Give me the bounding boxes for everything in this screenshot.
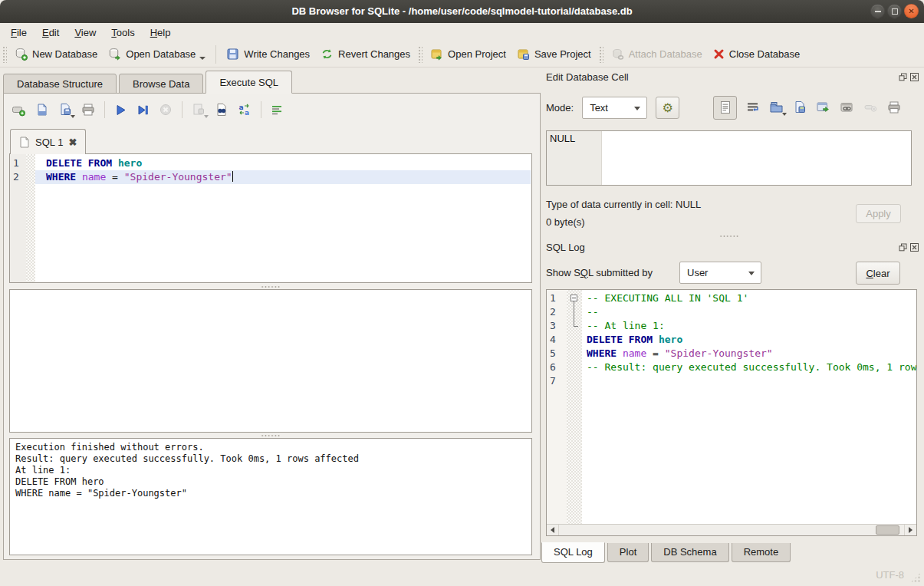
execute-sql-pane: aa SQL 1 ✖ 1 2 DELETE FROM hero WHERE na… — [3, 93, 541, 560]
save-as-icon[interactable] — [793, 100, 807, 114]
text-document-toggle[interactable] — [713, 96, 737, 120]
import-dropdown-icon[interactable] — [782, 113, 787, 116]
revert-changes-button[interactable]: Revert Changes — [315, 44, 416, 64]
save-project-button[interactable]: Save Project — [511, 44, 597, 64]
minimize-icon — [875, 11, 881, 12]
menu-file[interactable]: File — [3, 25, 35, 41]
tab-db-schema[interactable]: DB Schema — [651, 543, 728, 562]
results-messages-splitter[interactable] — [9, 433, 532, 437]
toolbar-drag-handle[interactable] — [418, 46, 423, 63]
open-as-link-icon[interactable] — [840, 100, 854, 114]
clear-log-button[interactable]: Clear — [856, 262, 900, 285]
tab-remote[interactable]: Remote — [732, 543, 791, 562]
float-dock-icon[interactable] — [899, 73, 907, 81]
show-sql-label: Show SQL submitted by — [546, 267, 653, 278]
close-dock-icon[interactable] — [910, 73, 919, 81]
main-toolbar: New Database Open Database Write Changes… — [0, 41, 924, 67]
find-and-replace-icon[interactable]: aa — [238, 103, 252, 117]
auto-format-icon[interactable] — [271, 104, 284, 117]
editor-results-splitter[interactable] — [9, 285, 532, 288]
tab-plot[interactable]: Plot — [607, 543, 649, 562]
execution-messages[interactable]: Execution finished without errors. Resul… — [9, 438, 532, 555]
apply-mode-button[interactable]: ⚙ — [656, 97, 679, 119]
mode-select[interactable]: Text — [582, 97, 647, 119]
execute-current-line-icon[interactable] — [136, 104, 150, 117]
title-bar[interactable]: DB Browser for SQLite - /home/user/code/… — [0, 0, 924, 23]
log-line: -- EXECUTING ALL IN 'SQL 1' — [582, 291, 916, 305]
minimize-button[interactable] — [870, 4, 885, 18]
menu-edit[interactable]: Edit — [35, 25, 67, 41]
open-database-button[interactable]: Open Database — [103, 44, 211, 64]
sql-log-view[interactable]: 12 34 56 7 -- EXECUTING ALL IN 'SQL 1' -… — [546, 289, 917, 536]
import-from-file-icon[interactable] — [769, 100, 784, 114]
print-cell-icon[interactable] — [887, 100, 901, 114]
cell-editor-toolbar — [713, 95, 901, 120]
toolbar-drag-handle[interactable] — [599, 46, 603, 63]
close-button[interactable]: ✕ — [904, 4, 919, 18]
edit-cell-dock-title: Edit Database Cell — [546, 71, 629, 83]
scroll-right-icon[interactable] — [904, 525, 916, 535]
message-line: At line 1: — [15, 465, 526, 476]
cell-value-editor[interactable]: NULL — [546, 130, 912, 186]
export-data-icon[interactable] — [816, 100, 830, 114]
close-sql-tab-icon[interactable]: ✖ — [68, 137, 77, 148]
message-line: Execution finished without errors. — [15, 442, 526, 453]
message-line: WHERE name = "Spider-Youngster" — [15, 488, 526, 499]
dock-splitter[interactable] — [719, 235, 739, 238]
editor-fold-margin — [26, 154, 35, 282]
tab-browse-data[interactable]: Browse Data — [119, 74, 203, 94]
cell-type-info: Type of data currently in cell: NULL — [546, 199, 701, 210]
find-icon[interactable] — [215, 103, 229, 117]
print-sql-icon[interactable] — [81, 103, 95, 117]
gear-icon: ⚙ — [662, 100, 672, 115]
window-resize-grip[interactable] — [910, 572, 921, 583]
float-dock-icon[interactable] — [899, 243, 907, 252]
chevron-down-icon — [748, 272, 755, 275]
close-dock-icon[interactable] — [910, 243, 919, 252]
message-line: DELETE FROM hero — [15, 476, 526, 488]
open-project-icon — [430, 48, 443, 61]
attach-database-button: Attach Database — [606, 44, 708, 64]
toolbar-drag-handle[interactable] — [2, 46, 7, 63]
open-sql-file-icon[interactable] — [35, 103, 49, 117]
tab-execute-sql[interactable]: Execute SQL — [206, 71, 292, 94]
maximize-button[interactable] — [887, 4, 902, 18]
save-sql-dropdown-icon[interactable] — [71, 115, 75, 118]
results-grid[interactable] — [9, 289, 532, 433]
set-as-null-icon — [863, 100, 878, 114]
write-changes-button[interactable]: Write Changes — [221, 44, 315, 64]
save-results-dropdown-icon — [204, 115, 209, 118]
encoding-indicator[interactable]: UTF-8 — [876, 569, 904, 581]
open-database-dropdown-icon[interactable] — [199, 57, 206, 60]
menu-tools[interactable]: Tools — [104, 25, 142, 41]
submitted-by-select[interactable]: User — [679, 262, 761, 284]
log-text-area: -- EXECUTING ALL IN 'SQL 1' -- -- At lin… — [582, 291, 916, 524]
close-database-button[interactable]: Close Database — [708, 45, 806, 63]
new-database-button[interactable]: New Database — [9, 44, 103, 64]
save-sql-file-icon[interactable] — [58, 103, 72, 117]
scroll-left-icon[interactable] — [547, 525, 559, 535]
log-line: -- At line 1: — [582, 319, 916, 333]
menu-view[interactable]: View — [67, 25, 104, 41]
apply-button: Apply — [856, 204, 901, 223]
sql-1-tab[interactable]: SQL 1 ✖ — [10, 129, 86, 154]
execute-all-icon[interactable] — [114, 104, 127, 117]
word-wrap-icon[interactable] — [746, 100, 760, 114]
editor-text-area[interactable]: DELETE FROM hero WHERE name = "Spider-Yo… — [35, 156, 531, 184]
cell-size-info: 0 byte(s) — [546, 216, 585, 228]
menu-help[interactable]: Help — [143, 25, 179, 41]
fold-collapse-icon[interactable] — [571, 295, 577, 301]
save-project-icon — [517, 48, 530, 61]
tab-database-structure[interactable]: Database Structure — [3, 74, 117, 94]
bottom-dock-tab-bar: SQL Log Plot DB Schema Remote — [541, 543, 793, 563]
open-project-button[interactable]: Open Project — [425, 44, 511, 64]
sql-code-editor[interactable]: 1 2 DELETE FROM hero WHERE name = "Spide… — [9, 153, 532, 283]
write-changes-icon — [226, 48, 239, 61]
log-fold-margin — [567, 290, 582, 524]
menu-bar: File Edit View Tools Help — [0, 23, 924, 41]
scrollbar-thumb[interactable] — [876, 525, 899, 535]
text-document-icon — [719, 100, 732, 114]
log-horizontal-scrollbar[interactable] — [547, 524, 916, 535]
new-sql-tab-icon[interactable] — [12, 103, 26, 117]
tab-sql-log[interactable]: SQL Log — [541, 542, 605, 563]
